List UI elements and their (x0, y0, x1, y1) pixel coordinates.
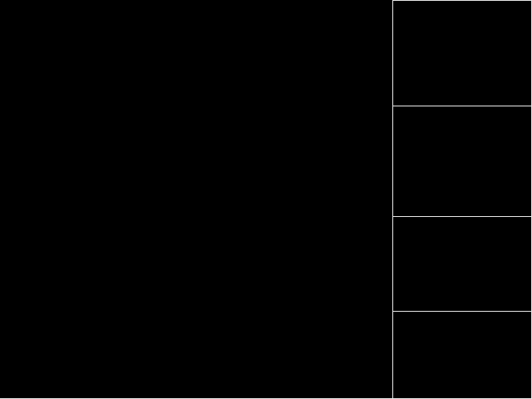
chart-wheel-svg (0, 0, 392, 399)
top-border-line (392, 0, 532, 1)
separator-line (393, 311, 531, 312)
separator-line (393, 216, 531, 217)
chart-wheel (0, 0, 392, 399)
info-panel (392, 0, 532, 399)
astrolog-screen (0, 0, 532, 399)
panel-divider-line (392, 0, 393, 399)
separator-line (393, 106, 531, 106)
